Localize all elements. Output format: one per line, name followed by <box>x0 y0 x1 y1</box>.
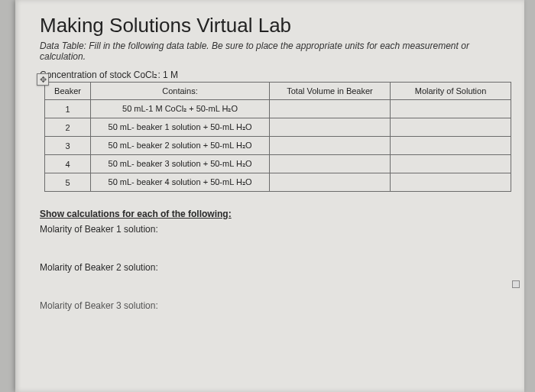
content-area: Making Solutions Virtual Lab Data Table:… <box>15 0 524 326</box>
cell-beaker: 4 <box>45 155 91 173</box>
document-page: Making Solutions Virtual Lab Data Table:… <box>15 0 524 392</box>
cell-contains: 50 mL- beaker 2 solution + 50-mL H₂O <box>91 137 270 155</box>
table-row: 4 50 mL- beaker 3 solution + 50-mL H₂O <box>45 155 511 173</box>
page-subtitle: Data Table: Fill in the following data t… <box>40 40 507 62</box>
cell-beaker: 2 <box>45 118 91 137</box>
cell-molarity[interactable] <box>391 155 511 173</box>
cell-beaker: 1 <box>45 100 91 118</box>
cell-total-volume[interactable] <box>270 137 391 155</box>
cell-molarity[interactable] <box>391 100 511 118</box>
col-header-beaker: Beaker <box>45 83 91 100</box>
cell-total-volume[interactable] <box>270 100 391 118</box>
cell-beaker: 3 <box>45 137 91 155</box>
cell-contains: 50 mL- beaker 3 solution + 50-mL H₂O <box>91 155 270 173</box>
table-row: 3 50 mL- beaker 2 solution + 50-mL H₂O <box>45 137 511 155</box>
cell-total-volume[interactable] <box>270 155 391 173</box>
col-header-contains: Contains: <box>91 83 270 100</box>
data-table: Beaker Contains: Total Volume in Beaker … <box>44 82 511 192</box>
calc-beaker-1-label: Molarity of Beaker 1 solution: <box>40 224 507 235</box>
calc-beaker-2-label: Molarity of Beaker 2 solution: <box>40 262 507 273</box>
cell-molarity[interactable] <box>391 173 511 192</box>
cell-contains: 50 mL- beaker 1 solution + 50-mL H₂O <box>91 118 270 137</box>
col-header-molarity: Molarity of Solution <box>391 83 511 100</box>
col-header-total-volume: Total Volume in Beaker <box>270 83 391 100</box>
table-row: 5 50 mL- beaker 4 solution + 50-mL H₂O <box>45 173 511 192</box>
move-handle-icon[interactable]: ✥ <box>37 73 49 86</box>
table-header-row: Beaker Contains: Total Volume in Beaker … <box>45 83 511 100</box>
calc-beaker-3-label: Molarity of Beaker 3 solution: <box>40 300 507 311</box>
cell-molarity[interactable] <box>391 137 511 155</box>
calculations-header: Show calculations for each of the follow… <box>40 209 507 219</box>
cell-contains: 50 mL-1 M CoCl₂ + 50-mL H₂O <box>91 100 270 118</box>
cell-molarity[interactable] <box>391 118 511 137</box>
table-resize-handle-icon[interactable] <box>512 280 520 288</box>
cell-contains: 50 mL- beaker 4 solution + 50-mL H₂O <box>91 173 270 192</box>
stock-concentration-line: Concentration of stock CoCl₂: 1 M <box>40 70 507 80</box>
table-row: 1 50 mL-1 M CoCl₂ + 50-mL H₂O <box>45 100 511 118</box>
table-row: 2 50 mL- beaker 1 solution + 50-mL H₂O <box>45 118 511 137</box>
cell-total-volume[interactable] <box>270 118 391 137</box>
cell-total-volume[interactable] <box>270 173 391 192</box>
page-title: Making Solutions Virtual Lab <box>40 14 507 37</box>
cell-beaker: 5 <box>45 173 91 192</box>
